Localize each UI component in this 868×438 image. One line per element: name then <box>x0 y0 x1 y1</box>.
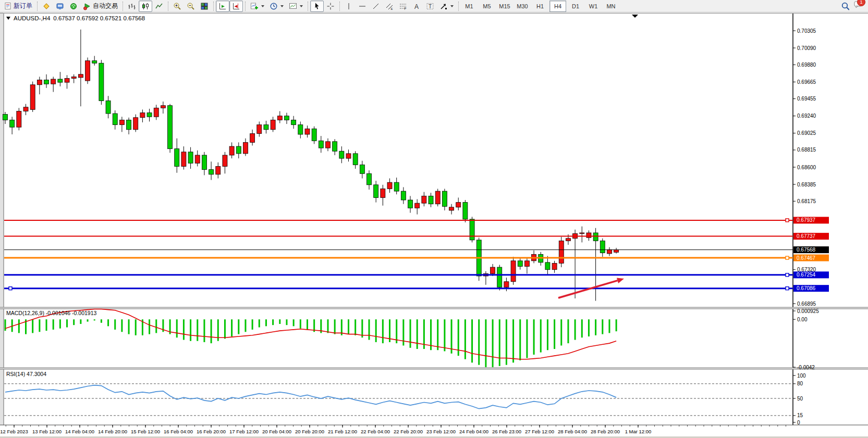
timeframe-W1[interactable]: W1 <box>585 1 602 12</box>
candle-up <box>257 125 262 134</box>
auto-scroll-button[interactable] <box>216 1 229 12</box>
candle-up <box>325 142 330 148</box>
price-badge-label: 0.67737 <box>797 233 816 239</box>
svg-text:F: F <box>405 7 407 10</box>
candle-up <box>71 77 76 78</box>
time-axis-label: 12 Feb 2023 <box>0 429 28 434</box>
price-badge-label: 0.67467 <box>797 255 816 261</box>
candlestick-button[interactable] <box>139 1 152 12</box>
chat-button[interactable]: 1 <box>853 1 862 11</box>
candle-up <box>607 249 612 254</box>
bar-chart-button[interactable] <box>125 1 139 12</box>
new-order-button[interactable]: 新订单 <box>1 1 35 12</box>
text-icon: A <box>412 2 421 10</box>
candle-up <box>491 267 495 273</box>
auto-scroll-icon <box>218 2 227 10</box>
line-handle[interactable] <box>786 219 789 222</box>
price-badge-label: 0.67568 <box>797 247 816 253</box>
time-axis-label: 20 Feb 20:00 <box>295 429 324 434</box>
rsi-axis-label: 0 <box>797 420 800 426</box>
navigator-button[interactable] <box>53 1 67 12</box>
timeframe-H1[interactable]: H1 <box>532 1 548 12</box>
line-handle[interactable] <box>786 287 789 290</box>
price-axis-label: 0.68600 <box>797 165 816 170</box>
svg-text:T: T <box>429 4 432 9</box>
candle-up <box>456 203 461 207</box>
candle-up <box>181 152 186 167</box>
candle-up <box>85 61 90 81</box>
candle-down <box>168 106 173 149</box>
candle-up <box>243 142 248 154</box>
separator <box>123 2 123 11</box>
chart-shift-icon <box>232 2 240 10</box>
time-axis-label: 27 Feb 12:00 <box>525 429 554 434</box>
macd-axis-label: 0.000925 <box>797 308 819 314</box>
vertical-line-button[interactable] <box>342 1 356 12</box>
separator <box>339 2 340 11</box>
separator <box>213 2 214 11</box>
line-handle[interactable] <box>786 273 789 277</box>
fibonacci-button[interactable]: F <box>396 1 410 12</box>
macd-indicator-label: MACD(12,26,9) -0.001046 -0.001913 <box>6 310 96 316</box>
chart-background <box>0 12 868 438</box>
line-handle[interactable] <box>9 287 12 290</box>
cursor-button[interactable] <box>310 1 324 12</box>
equidistant-channel-button[interactable]: E <box>383 1 396 12</box>
candle-down <box>401 191 406 200</box>
time-axis-label: 24 Feb 04:00 <box>459 429 488 434</box>
macd-axis-label: 0.00 <box>797 317 808 322</box>
rsi-indicator-label: RSI(14) 47.3004 <box>6 371 46 377</box>
timeframe-M30[interactable]: M30 <box>514 1 531 12</box>
separator <box>245 2 246 11</box>
candle-down <box>113 114 117 125</box>
candle-up <box>161 106 165 108</box>
periods-dropdown[interactable] <box>267 1 286 12</box>
chart-title-symbol: AUDUSD-,H4 <box>14 15 50 21</box>
market-watch-button[interactable] <box>40 1 53 12</box>
candle-down <box>44 80 49 84</box>
zoom-in-button[interactable] <box>170 1 184 12</box>
chart-canvas[interactable]: 0.703050.700900.698800.696650.694550.692… <box>0 12 868 438</box>
chart-shift-button[interactable] <box>229 1 243 12</box>
zoom-out-button[interactable] <box>184 1 198 12</box>
trendline-button[interactable] <box>369 1 383 12</box>
timeframe-MN[interactable]: MN <box>603 1 619 12</box>
templates-dropdown[interactable] <box>286 1 305 12</box>
timeframe-M1[interactable]: M1 <box>461 1 478 12</box>
search-icon[interactable] <box>841 2 849 10</box>
candle-up <box>65 78 69 82</box>
crosshair-button[interactable] <box>324 1 337 12</box>
candle-up <box>346 154 351 158</box>
indicators-dropdown[interactable] <box>248 1 267 12</box>
candle-down <box>600 241 605 253</box>
candle-down <box>202 155 206 170</box>
candle-up <box>229 146 234 155</box>
line-chart-button[interactable] <box>152 1 166 12</box>
symbol-dropdown-icon[interactable] <box>6 17 10 20</box>
line-handle[interactable] <box>786 256 789 259</box>
candle-up <box>250 133 255 142</box>
price-axis-label: 0.69240 <box>797 113 816 119</box>
horizontal-line-button[interactable] <box>356 1 369 12</box>
candle-down <box>147 113 152 117</box>
tile-windows-button[interactable] <box>198 1 211 12</box>
text-label-button[interactable]: T <box>423 1 437 12</box>
timeframe-M15[interactable]: M15 <box>496 1 513 12</box>
candle-down <box>497 267 502 287</box>
timeframe-D1[interactable]: D1 <box>567 1 584 12</box>
candle-up <box>511 261 516 282</box>
auto-trading-button[interactable]: 自动交易 <box>80 1 120 12</box>
text-button[interactable]: A <box>410 1 423 12</box>
candle-down <box>10 120 15 127</box>
candle-down <box>312 129 316 141</box>
price-axis-label: 0.70090 <box>797 45 816 51</box>
candle-up <box>154 108 158 117</box>
candle-up <box>23 107 28 111</box>
chart-window[interactable]: 0.703050.700900.698800.696650.694550.692… <box>0 12 868 438</box>
timeframe-H4[interactable]: H4 <box>549 1 566 12</box>
arrows-dropdown[interactable] <box>437 1 456 12</box>
candlestick-icon <box>141 2 150 10</box>
tile-windows-icon <box>200 2 209 10</box>
terminal-button[interactable] <box>67 1 80 12</box>
timeframe-M5[interactable]: M5 <box>479 1 495 12</box>
